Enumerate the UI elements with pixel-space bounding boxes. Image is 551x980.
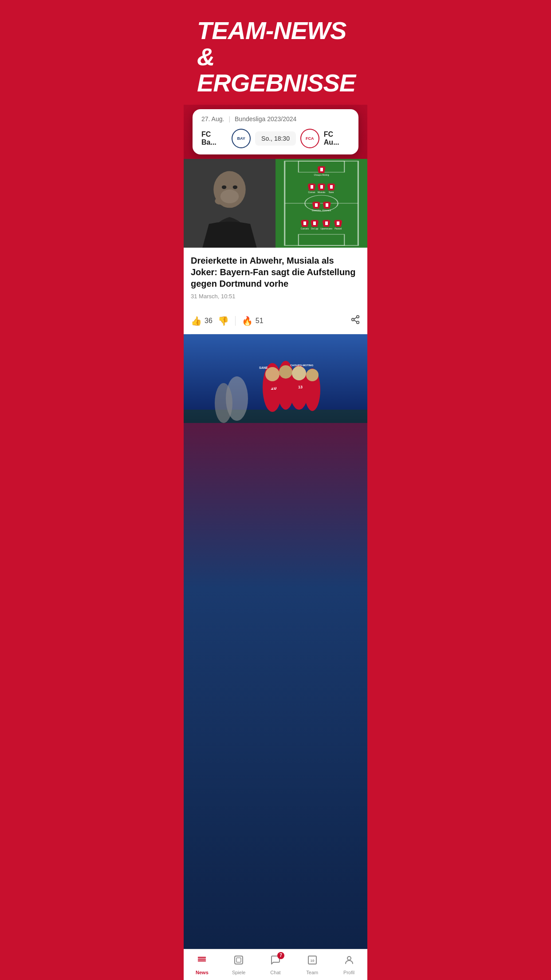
match-time: So., 18:30 bbox=[255, 131, 296, 146]
away-badge-text: FCA bbox=[306, 136, 314, 141]
svg-point-26 bbox=[279, 365, 292, 379]
nav-label-spiele: Spiele bbox=[232, 970, 246, 975]
svg-rect-36 bbox=[235, 956, 243, 964]
svg-rect-37 bbox=[236, 958, 241, 962]
nav-label-news: News bbox=[196, 970, 209, 975]
svg-point-40 bbox=[347, 956, 351, 960]
chat-badge-container: 7 bbox=[270, 955, 281, 968]
player-cancelo: Cancelo bbox=[301, 220, 309, 230]
news-image-2: 10 13 SANE CHOUPO-MOTING bbox=[184, 334, 367, 423]
news-date-1: 31 Marsch, 10:51 bbox=[191, 293, 360, 300]
profil-icon bbox=[344, 955, 354, 968]
news-actions-1: 👍 36 👎 🔥 51 bbox=[184, 310, 367, 334]
home-team: FC Ba... BAY bbox=[201, 129, 251, 148]
match-date: 27. Aug. bbox=[201, 115, 224, 122]
svg-point-4 bbox=[222, 186, 226, 189]
spiele-icon bbox=[233, 955, 244, 968]
fire-icon: 🔥 bbox=[242, 316, 253, 326]
home-team-name: FC Ba... bbox=[201, 130, 227, 146]
player-upamecano: Upamecano bbox=[320, 220, 332, 230]
svg-point-27 bbox=[292, 366, 306, 380]
svg-text:SANE: SANE bbox=[259, 366, 268, 369]
nav-label-chat: Chat bbox=[270, 970, 280, 975]
svg-line-16 bbox=[354, 317, 357, 319]
chat-badge-count: 7 bbox=[277, 952, 284, 959]
svg-line-15 bbox=[354, 320, 357, 322]
attack-row: Coman Musiala Sane bbox=[308, 183, 335, 194]
goalkeeper-row: Choupo-Moting bbox=[314, 166, 329, 176]
player-musiala: Musiala bbox=[318, 183, 326, 194]
nav-item-spiele[interactable]: Spiele bbox=[220, 951, 257, 979]
svg-point-28 bbox=[306, 369, 319, 381]
like-count: 36 bbox=[205, 317, 213, 325]
player-de-ligt: De Ligt bbox=[311, 220, 319, 230]
player-choupo: Choupo-Moting bbox=[314, 166, 329, 176]
player-sane: Sane bbox=[327, 183, 335, 194]
midfield-row: Goretzka Kimmich bbox=[312, 202, 331, 212]
nav-item-profil[interactable]: Profil bbox=[331, 951, 367, 979]
like-group[interactable]: 👍 36 bbox=[191, 316, 213, 326]
match-meta: 27. Aug. | Bundesliga 2023/2024 bbox=[201, 115, 350, 122]
news-item-1: Choupo-Moting Coman Musiala bbox=[184, 159, 367, 423]
formation-field: Choupo-Moting Coman Musiala bbox=[276, 159, 367, 248]
news-title-1[interactable]: Dreierkette in Abwehr, Musiala als Joker… bbox=[191, 255, 360, 289]
nav-label-profil: Profil bbox=[343, 970, 354, 975]
news-content-1: Dreierkette in Abwehr, Musiala als Joker… bbox=[184, 248, 367, 310]
player-pavard: Pavard bbox=[334, 220, 342, 230]
coach-photo bbox=[184, 159, 276, 248]
news-image-1: Choupo-Moting Coman Musiala bbox=[184, 159, 367, 248]
player-goretzka: Goretzka bbox=[312, 202, 321, 212]
svg-text:CHOUPO-MOTING: CHOUPO-MOTING bbox=[290, 364, 314, 367]
thumbs-up-icon[interactable]: 👍 bbox=[191, 316, 202, 326]
player-coman: Coman bbox=[308, 183, 316, 194]
home-team-badge: BAY bbox=[232, 129, 251, 148]
hot-group: 🔥 51 bbox=[242, 316, 264, 326]
hot-count: 51 bbox=[256, 317, 264, 325]
hero-title: TEAM-NEWS & ERGEBNISSE bbox=[197, 18, 354, 96]
nav-item-team[interactable]: 10 Team bbox=[294, 951, 331, 979]
away-team-name: FC Au... bbox=[324, 130, 350, 146]
svg-point-3 bbox=[220, 190, 239, 203]
actions-divider bbox=[235, 316, 236, 326]
match-competition: Bundesliga 2023/2024 bbox=[235, 115, 296, 122]
svg-rect-18 bbox=[184, 410, 367, 423]
match-row: FC Ba... BAY So., 18:30 FCA FC Au... bbox=[201, 129, 350, 148]
share-icon[interactable] bbox=[350, 315, 360, 327]
team-icon: 10 bbox=[307, 955, 318, 968]
svg-point-20 bbox=[215, 383, 232, 423]
player-kimmich: Kimmich bbox=[323, 202, 331, 212]
away-team-badge: FCA bbox=[300, 129, 319, 148]
away-team: FCA FC Au... bbox=[300, 129, 350, 148]
nav-label-team: Team bbox=[306, 970, 318, 975]
news-icon bbox=[197, 955, 207, 968]
nav-item-news[interactable]: News bbox=[184, 951, 220, 979]
bottom-nav: News Spiele 7 Chat bbox=[184, 949, 367, 980]
defense-row: Cancelo De Ligt Upamecano Pavard bbox=[301, 220, 342, 230]
match-card[interactable]: 27. Aug. | Bundesliga 2023/2024 FC Ba...… bbox=[193, 109, 358, 154]
nav-item-chat[interactable]: 7 Chat bbox=[257, 951, 294, 979]
svg-point-5 bbox=[233, 186, 237, 189]
thumbs-down-icon[interactable]: 👎 bbox=[218, 316, 229, 326]
meta-divider: | bbox=[228, 115, 230, 122]
hero-section: TEAM-NEWS & ERGEBNISSE bbox=[184, 0, 367, 105]
home-badge-text: BAY bbox=[237, 136, 245, 141]
svg-text:10: 10 bbox=[310, 959, 314, 963]
